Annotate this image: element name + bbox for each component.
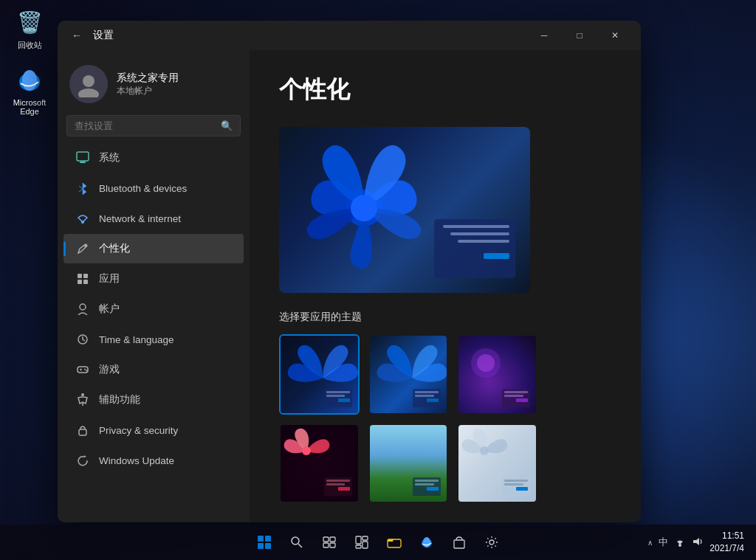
privacy-label: Privacy & security: [99, 425, 178, 436]
network-label: Network & internet: [99, 213, 181, 224]
gaming-label: 游戏: [99, 363, 120, 376]
update-label: Windows Update: [99, 455, 174, 466]
taskbar-right: ∧ 中 11:51 2021/7/4: [647, 530, 744, 555]
svg-rect-37: [362, 542, 368, 548]
accounts-label: 帐户: [99, 303, 120, 316]
ime-icon[interactable]: 中: [659, 536, 668, 549]
theme-preview-4: [370, 425, 447, 502]
theme-section-label: 选择要应用的主题: [279, 311, 611, 324]
network-tray-icon[interactable]: [674, 536, 686, 549]
mini-window-lines: [440, 225, 509, 259]
svg-line-30: [298, 544, 302, 547]
nav-item-privacy[interactable]: Privacy & security: [63, 415, 244, 445]
theme-preview-2: [458, 336, 536, 413]
svg-point-22: [477, 354, 495, 372]
nav-item-accessibility[interactable]: 辅助功能: [63, 385, 244, 415]
profile-section[interactable]: 系统之家专用 本地帐户: [58, 56, 250, 115]
nav-item-personalization[interactable]: 个性化: [63, 234, 244, 263]
svg-rect-27: [258, 543, 264, 549]
start-button[interactable]: [251, 529, 278, 556]
maximize-button[interactable]: □: [563, 24, 597, 47]
system-icon: [75, 151, 90, 165]
svg-point-23: [302, 446, 311, 455]
svg-rect-31: [323, 537, 329, 542]
svg-rect-4: [77, 152, 89, 161]
accessibility-icon: [75, 393, 90, 407]
update-icon: [75, 453, 90, 468]
taskbar-center: [251, 529, 505, 556]
store-button[interactable]: [446, 529, 472, 556]
search-taskbar-button[interactable]: [284, 529, 310, 556]
theme-card-3[interactable]: [279, 424, 360, 504]
svg-rect-9: [83, 274, 88, 278]
close-button[interactable]: ✕: [598, 24, 632, 47]
explorer-button[interactable]: [381, 529, 408, 556]
mini-button: [484, 253, 509, 259]
window-title: 设置: [93, 29, 521, 42]
theme-card-5[interactable]: [457, 424, 537, 504]
svg-rect-26: [265, 536, 271, 542]
bluetooth-icon: [75, 181, 90, 196]
theme-preview-3: [281, 425, 358, 502]
edge-icon[interactable]: Microsoft Edge: [7, 66, 52, 116]
theme-card-1[interactable]: [368, 334, 449, 415]
minimize-button[interactable]: ─: [527, 24, 561, 47]
nav-item-time[interactable]: Time & language: [63, 325, 244, 354]
recycle-bin-icon[interactable]: 🗑️ 回收站: [7, 7, 52, 51]
svg-point-29: [292, 537, 299, 545]
theme-card-4[interactable]: [368, 424, 449, 504]
svg-point-44: [678, 544, 681, 547]
edge-taskbar-button[interactable]: [413, 529, 440, 556]
chevron-up-icon[interactable]: ∧: [647, 539, 653, 547]
nav-item-update[interactable]: Windows Update: [63, 446, 244, 475]
search-box: 🔍: [66, 115, 241, 136]
settings-taskbar-button[interactable]: [478, 529, 505, 556]
svg-rect-35: [356, 536, 361, 544]
profile-name: 系统之家专用: [117, 72, 179, 85]
volume-icon[interactable]: [692, 536, 704, 549]
settings-window: ← 设置 ─ □ ✕ 系统之家专用 本地帐户: [58, 21, 641, 522]
back-button[interactable]: ←: [66, 25, 87, 46]
mini-line-1: [443, 225, 509, 228]
time-icon: [75, 332, 90, 347]
nav-item-gaming[interactable]: 游戏: [63, 355, 244, 384]
svg-point-7: [84, 244, 87, 247]
nav-item-system[interactable]: 系统: [63, 143, 244, 173]
nav-item-network[interactable]: Network & internet: [63, 204, 244, 233]
bluetooth-label: Bluetooth & devices: [99, 183, 187, 194]
settings-body: 系统之家专用 本地帐户 🔍 系统: [58, 50, 641, 522]
recycle-bin-label: 回收站: [18, 40, 42, 51]
svg-rect-32: [330, 537, 335, 542]
widgets-button[interactable]: [348, 529, 375, 556]
avatar: [69, 65, 108, 103]
svg-rect-5: [80, 162, 86, 163]
accessibility-label: 辅助功能: [99, 393, 140, 407]
privacy-icon: [75, 423, 90, 438]
svg-point-17: [81, 393, 84, 396]
taskview-button[interactable]: [316, 529, 343, 556]
personalization-icon: [75, 241, 90, 256]
edge-label: Microsoft Edge: [7, 98, 52, 116]
theme-card-2[interactable]: [457, 334, 537, 415]
recycle-bin-image: 🗑️: [15, 7, 44, 37]
mini-window-overlay: [434, 219, 515, 278]
svg-point-6: [81, 221, 84, 224]
sidebar: 系统之家专用 本地帐户 🔍 系统: [58, 50, 250, 522]
svg-point-2: [83, 75, 94, 87]
svg-point-15: [84, 369, 86, 370]
nav-item-accounts[interactable]: 帐户: [63, 294, 244, 324]
search-container: 🔍: [58, 115, 250, 142]
svg-rect-18: [79, 429, 86, 435]
svg-point-43: [489, 540, 494, 545]
svg-point-41: [423, 537, 430, 547]
flower-svg: [290, 134, 438, 271]
taskbar-clock[interactable]: 11:51 2021/7/4: [709, 530, 744, 555]
search-input[interactable]: [75, 120, 215, 131]
theme-card-0[interactable]: [279, 334, 360, 415]
nav-item-bluetooth[interactable]: Bluetooth & devices: [63, 173, 244, 203]
svg-rect-33: [323, 543, 329, 547]
window-controls: ─ □ ✕: [527, 24, 632, 47]
svg-rect-34: [330, 543, 335, 547]
theme-preview-0: [281, 336, 358, 413]
nav-item-apps[interactable]: 应用: [63, 264, 244, 294]
